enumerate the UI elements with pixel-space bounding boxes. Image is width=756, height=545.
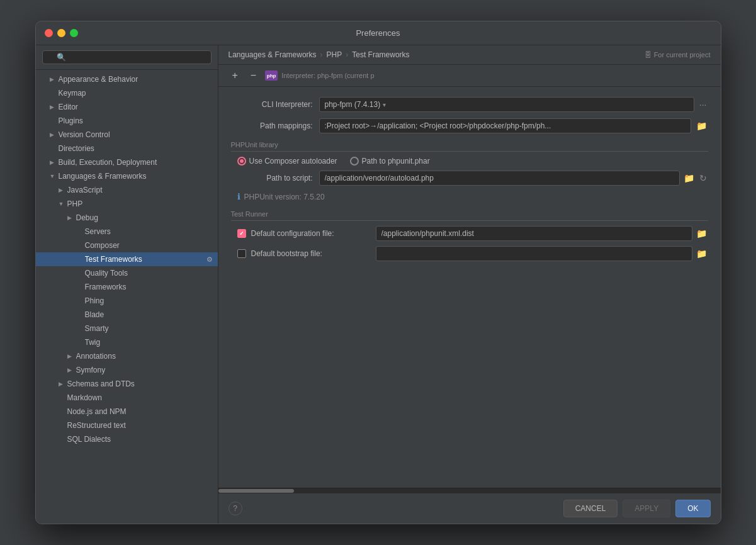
sidebar-item-keymap[interactable]: Keymap <box>36 86 218 100</box>
sidebar-item-label: Directories <box>59 144 206 153</box>
cancel-button[interactable]: CANCEL <box>563 500 618 517</box>
sidebar-item-markdown[interactable]: Markdown <box>36 391 218 405</box>
default-bootstrap-row: Default bootstrap file: 📁 <box>231 246 708 261</box>
arrow-icon: ▶ <box>59 187 67 193</box>
main-content: ▶ Appearance & Behavior Keymap ▶ Editor … <box>36 45 721 524</box>
sidebar-item-phing[interactable]: Phing <box>36 294 218 308</box>
use-composer-radio[interactable]: Use Composer autoloader <box>237 157 337 166</box>
default-bootstrap-folder-button[interactable]: 📁 <box>695 247 708 260</box>
sidebar-item-smarty[interactable]: Smarty ⚙ <box>36 322 218 335</box>
path-to-script-row: Path to script: 📁 ↻ <box>231 171 708 186</box>
window-title: Preferences <box>356 28 400 38</box>
sidebar-item-label: Editor <box>59 103 213 111</box>
path-to-script-label: Path to script: <box>231 174 319 183</box>
sidebar-item-label: JavaScript <box>67 186 206 194</box>
sidebar-item-label: Test Frameworks <box>85 255 206 264</box>
interpreter-text: Interpreter: php-fpm (current p <box>281 72 374 79</box>
path-to-phar-radio[interactable]: Path to phpunit.phar <box>350 157 430 166</box>
maximize-button[interactable] <box>70 29 78 37</box>
arrow-icon: ▶ <box>67 215 76 221</box>
sidebar-item-quality-tools[interactable]: Quality Tools ⚙ <box>36 266 218 280</box>
sidebar-item-label: Frameworks <box>85 283 206 291</box>
sidebar-item-blade[interactable]: Blade <box>36 308 218 322</box>
sidebar-tree: ▶ Appearance & Behavior Keymap ▶ Editor … <box>36 70 218 524</box>
sidebar-item-schemas[interactable]: ▶ Schemas and DTDs ⚙ <box>36 377 218 391</box>
sidebar-item-label: Languages & Frameworks <box>59 172 213 181</box>
apply-button[interactable]: APPLY <box>623 500 670 517</box>
refresh-button[interactable]: ↻ <box>698 172 708 184</box>
radio-checked-icon <box>237 157 246 166</box>
path-to-script-field: 📁 ↻ <box>319 171 708 186</box>
cli-interpreter-label: CLI Interpreter: <box>231 100 319 109</box>
titlebar: Preferences <box>36 21 721 45</box>
default-bootstrap-checkbox[interactable] <box>237 249 246 258</box>
sidebar-item-appearance[interactable]: ▶ Appearance & Behavior <box>36 72 218 86</box>
sidebar-item-label: SQL Dialects <box>67 435 206 444</box>
sidebar-item-nodejs[interactable]: Node.js and NPM ⚙ <box>36 405 218 419</box>
breadcrumb-part-2[interactable]: PHP <box>327 50 342 59</box>
sidebar-item-build[interactable]: ▶ Build, Execution, Deployment <box>36 155 218 169</box>
sidebar-item-composer[interactable]: Composer ⚙ <box>36 239 218 252</box>
add-button[interactable]: + <box>228 69 242 82</box>
info-icon: ℹ <box>237 192 240 201</box>
sidebar-item-javascript[interactable]: ▶ JavaScript ⚙ <box>36 183 218 197</box>
right-panel: Languages & Frameworks › PHP › Test Fram… <box>218 45 721 524</box>
minimize-button[interactable] <box>57 29 65 37</box>
sidebar-item-label: Smarty <box>85 324 206 333</box>
sidebar-item-label: Appearance & Behavior <box>59 75 213 84</box>
path-mappings-folder-button[interactable]: 📁 <box>695 120 708 132</box>
sidebar-item-twig[interactable]: Twig ⚙ <box>36 335 218 349</box>
sidebar-item-label: Keymap <box>59 89 213 98</box>
sidebar-item-test-frameworks[interactable]: Test Frameworks ⚙ <box>36 252 218 266</box>
sidebar-item-label: ReStructured text <box>67 421 213 430</box>
sidebar-item-languages[interactable]: ▼ Languages & Frameworks <box>36 169 218 183</box>
sidebar-item-label: Phing <box>85 296 213 305</box>
sidebar-item-plugins[interactable]: Plugins ⚙ <box>36 114 218 128</box>
sidebar-item-frameworks[interactable]: Frameworks ⚙ <box>36 280 218 294</box>
arrow-icon: ▶ <box>67 367 76 373</box>
sidebar-item-annotations[interactable]: ▶ Annotations ⚙ <box>36 349 218 363</box>
default-config-input[interactable] <box>376 226 692 241</box>
breadcrumb-sep: › <box>320 50 323 59</box>
sidebar-item-sql-dialects[interactable]: SQL Dialects ⚙ <box>36 432 218 446</box>
phpunit-radio-group: Use Composer autoloader Path to phpunit.… <box>231 157 708 166</box>
cli-interpreter-field: php-fpm (7.4.13) ▾ ··· <box>319 97 708 112</box>
sidebar-item-directories[interactable]: Directories ⚙ <box>36 142 218 155</box>
default-config-checkbox[interactable] <box>237 229 246 238</box>
interpreter-value: php-fpm (7.4.13) <box>325 100 381 109</box>
sidebar-item-debug[interactable]: ▶ Debug ⚙ <box>36 211 218 225</box>
ok-button[interactable]: OK <box>675 500 710 517</box>
sidebar: ▶ Appearance & Behavior Keymap ▶ Editor … <box>36 45 218 524</box>
path-mappings-input[interactable] <box>319 118 691 133</box>
breadcrumb-project: 🗄 For current project <box>645 51 711 59</box>
help-button[interactable]: ? <box>228 502 242 515</box>
sidebar-item-servers[interactable]: Servers ⚙ <box>36 225 218 239</box>
horizontal-scrollbar[interactable] <box>218 488 721 493</box>
sidebar-item-label: PHP <box>67 199 213 208</box>
breadcrumb: Languages & Frameworks › PHP › Test Fram… <box>218 45 721 65</box>
path-to-script-input[interactable] <box>319 171 680 186</box>
remove-button[interactable]: − <box>247 69 260 82</box>
breadcrumb-part-1[interactable]: Languages & Frameworks <box>228 50 317 59</box>
sidebar-item-version-control[interactable]: ▶ Version Control ⚙ <box>36 128 218 142</box>
close-button[interactable] <box>45 29 53 37</box>
chevron-down-icon: ▾ <box>383 101 386 108</box>
default-bootstrap-input[interactable] <box>376 246 692 261</box>
sidebar-item-restructured[interactable]: ReStructured text <box>36 419 218 432</box>
sidebar-item-label: Schemas and DTDs <box>67 379 206 388</box>
default-config-folder-button[interactable]: 📁 <box>695 227 708 240</box>
path-folder-button[interactable]: 📁 <box>682 172 696 184</box>
sidebar-item-symfony[interactable]: ▶ Symfony ⚙ <box>36 363 218 377</box>
default-bootstrap-label: Default bootstrap file: <box>251 249 371 258</box>
sidebar-search-container <box>36 45 218 70</box>
sidebar-item-label: Plugins <box>59 116 206 125</box>
default-config-row: Default configuration file: 📁 <box>231 226 708 241</box>
sidebar-item-php[interactable]: ▼ PHP <box>36 197 218 211</box>
search-input[interactable] <box>42 50 212 64</box>
arrow-icon: ▶ <box>50 76 59 82</box>
preferences-window: Preferences ▶ Appearance & Behavior Keym… <box>35 21 721 524</box>
interpreter-dropdown[interactable]: php-fpm (7.4.13) ▾ <box>319 97 694 112</box>
sidebar-item-label: Servers <box>85 227 206 236</box>
interpreter-more-button[interactable]: ··· <box>698 98 708 111</box>
sidebar-item-editor[interactable]: ▶ Editor <box>36 100 218 114</box>
